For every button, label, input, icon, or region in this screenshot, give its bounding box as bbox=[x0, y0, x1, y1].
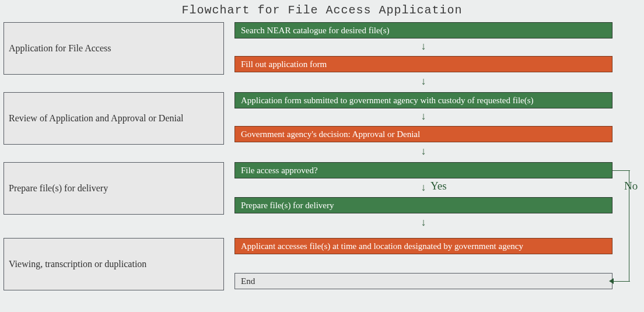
flowchart-title: Flowchart for File Access Application bbox=[0, 3, 644, 17]
step-approved-question: File access approved? bbox=[235, 162, 612, 178]
no-branch-line bbox=[612, 170, 630, 171]
arrow-down-icon: ↓ bbox=[235, 41, 612, 51]
arrow-left-icon bbox=[609, 278, 614, 284]
step-search-catalogue: Search NEAR catalogue for desired file(s… bbox=[235, 22, 612, 38]
arrow-down-icon: ↓ bbox=[235, 182, 612, 192]
step-prepare-delivery: Prepare file(s) for delivery bbox=[235, 197, 612, 213]
step-end: End bbox=[235, 273, 612, 289]
stage-label-prepare: Prepare file(s) for delivery bbox=[4, 162, 224, 215]
arrow-down-icon: ↓ bbox=[235, 76, 612, 86]
stage-label-application: Application for File Access bbox=[4, 22, 224, 75]
step-submit-form: Application form submitted to government… bbox=[235, 92, 612, 108]
step-applicant-access: Applicant accesses file(s) at time and l… bbox=[235, 238, 612, 254]
stage-label-viewing: Viewing, transcription or duplication bbox=[4, 238, 224, 290]
stage-label-review: Review of Application and Approval or De… bbox=[4, 92, 224, 145]
branch-yes-label: Yes bbox=[430, 180, 447, 192]
no-branch-line bbox=[612, 281, 630, 282]
step-fill-form: Fill out application form bbox=[235, 56, 612, 72]
arrow-down-icon: ↓ bbox=[235, 217, 612, 227]
step-agency-decision: Government agency's decision: Approval o… bbox=[235, 126, 612, 142]
arrow-down-icon: ↓ bbox=[235, 146, 612, 156]
branch-no-label: No bbox=[624, 180, 638, 192]
arrow-down-icon: ↓ bbox=[235, 111, 612, 121]
